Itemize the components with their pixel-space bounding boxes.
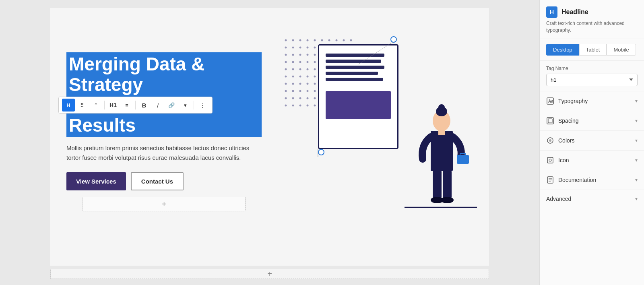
documentation-label: Documentation — [558, 177, 596, 183]
svg-point-84 — [314, 97, 316, 99]
svg-point-91 — [292, 105, 294, 107]
toolbar-h1-button[interactable]: H1 — [107, 99, 120, 112]
typography-chevron: ▾ — [635, 98, 638, 104]
colors-icon — [546, 136, 554, 145]
view-services-button[interactable]: View Services — [66, 172, 126, 190]
typography-label: Typography — [558, 98, 588, 104]
toolbar-move-button[interactable]: ⌃ — [89, 99, 102, 112]
colors-label: Colors — [558, 137, 574, 144]
tag-name-select[interactable]: h1 h2 h3 h4 h5 h6 p span — [546, 74, 638, 86]
contact-us-button[interactable]: Contact Us — [131, 172, 184, 190]
doc-lines — [319, 45, 397, 88]
toolbar-more-button[interactable]: ⋮ — [196, 99, 209, 112]
svg-point-0 — [285, 39, 287, 41]
svg-point-94 — [314, 105, 316, 107]
svg-point-83 — [307, 97, 309, 99]
svg-point-50 — [285, 76, 287, 78]
svg-point-71 — [292, 90, 294, 92]
svg-point-74 — [314, 90, 316, 92]
svg-point-20 — [285, 54, 287, 56]
tab-desktop[interactable]: Desktop — [546, 44, 579, 56]
svg-rect-108 — [443, 170, 452, 198]
accordion-colors-left: Colors — [546, 136, 574, 145]
svg-point-81 — [292, 97, 294, 99]
panel-title: Headline — [561, 8, 588, 16]
svg-point-93 — [307, 105, 309, 107]
svg-point-110 — [441, 197, 454, 203]
toolbar-h-button[interactable]: H — [62, 99, 75, 112]
accordion-spacing-header[interactable]: Spacing ▾ — [540, 111, 644, 130]
svg-point-2 — [299, 39, 301, 41]
icon-label: Icon — [558, 157, 569, 163]
toolbar-drag-button[interactable]: ⠿ — [76, 99, 89, 112]
accordion-documentation-header[interactable]: Documentation ▾ — [540, 170, 644, 190]
add-block-bottom[interactable]: + — [50, 269, 489, 279]
toolbar-align-button[interactable]: ≡ — [120, 99, 133, 112]
advanced-chevron: ▾ — [635, 196, 638, 202]
svg-point-22 — [299, 54, 301, 56]
accordion-spacing-left: Spacing — [546, 117, 579, 125]
toolbar-link-button[interactable]: 🔗 — [165, 99, 178, 112]
doc-line — [326, 60, 381, 63]
canvas-area: H ⠿ ⌃ H1 ≡ B I 🔗 ▾ ⋮ Merging Data & Stra… — [0, 0, 539, 285]
svg-point-92 — [299, 105, 301, 107]
accordion-colors: Colors ▾ — [540, 131, 644, 151]
svg-point-7 — [336, 39, 338, 41]
accordion-typography-header[interactable]: Aa Typography ▾ — [540, 91, 644, 111]
accordion-icon-header[interactable]: Icon ▾ — [540, 151, 644, 170]
circle-handle-bottom[interactable] — [318, 149, 324, 155]
tab-mobile[interactable]: Mobile — [607, 44, 636, 56]
panel-subtitle: Craft text-rich content with advanced ty… — [546, 20, 638, 34]
advanced-section[interactable]: Advanced ▾ — [540, 190, 644, 208]
colors-chevron: ▾ — [635, 138, 638, 143]
svg-point-30 — [285, 61, 287, 63]
svg-point-13 — [307, 47, 309, 49]
svg-point-32 — [299, 61, 301, 63]
documentation-chevron: ▾ — [635, 177, 638, 183]
svg-point-4 — [314, 39, 316, 41]
doc-line — [326, 66, 384, 69]
accordion-icon: Icon ▾ — [540, 151, 644, 170]
svg-point-62 — [299, 83, 301, 85]
svg-point-60 — [285, 83, 287, 85]
accordion-spacing: Spacing ▾ — [540, 111, 644, 131]
toolbar-dropdown-button[interactable]: ▾ — [179, 99, 192, 112]
tab-tablet[interactable]: Tablet — [579, 44, 607, 56]
icon-chevron: ▾ — [635, 157, 638, 163]
doc-line — [326, 78, 383, 81]
add-block-icon: + — [162, 200, 167, 209]
svg-point-121 — [549, 159, 551, 161]
svg-point-41 — [292, 68, 294, 70]
add-block-row[interactable]: + — [83, 197, 246, 211]
right-panel: H Headline Craft text-rich content with … — [539, 0, 644, 285]
accordion-colors-header[interactable]: Colors ▾ — [540, 131, 644, 150]
toolbar-italic-button[interactable]: I — [151, 99, 164, 112]
svg-point-119 — [549, 139, 551, 142]
svg-point-104 — [438, 104, 445, 111]
typography-icon: Aa — [546, 97, 554, 105]
svg-point-6 — [328, 39, 330, 41]
toolbar-bold-button[interactable]: B — [138, 99, 151, 112]
icon-icon — [546, 156, 554, 164]
circle-handle-top[interactable] — [390, 36, 397, 43]
add-block-bottom-icon: + — [267, 269, 272, 279]
hero-headline[interactable]: Merging Data & Strategy to Deliver Real … — [66, 52, 262, 137]
editor-toolbar: H ⠿ ⌃ H1 ≡ B I 🔗 ▾ ⋮ — [58, 97, 213, 114]
svg-rect-111 — [438, 130, 445, 135]
svg-point-70 — [285, 90, 287, 92]
svg-point-5 — [321, 39, 323, 41]
svg-point-43 — [307, 68, 309, 70]
svg-point-34 — [314, 61, 316, 63]
tag-name-label: Tag Name — [546, 66, 638, 71]
spacing-chevron: ▾ — [635, 118, 638, 124]
hero-content: Merging Data & Strategy to Deliver Real … — [50, 8, 489, 227]
panel-h-icon: H — [546, 6, 557, 18]
hero-right — [278, 32, 473, 211]
person-illustration — [400, 78, 481, 211]
svg-point-12 — [299, 47, 301, 49]
headline-line1: Merging Data & Strategy — [69, 54, 204, 95]
svg-point-23 — [307, 54, 309, 56]
svg-point-73 — [307, 90, 309, 92]
svg-point-44 — [314, 68, 316, 70]
svg-point-24 — [314, 54, 316, 56]
